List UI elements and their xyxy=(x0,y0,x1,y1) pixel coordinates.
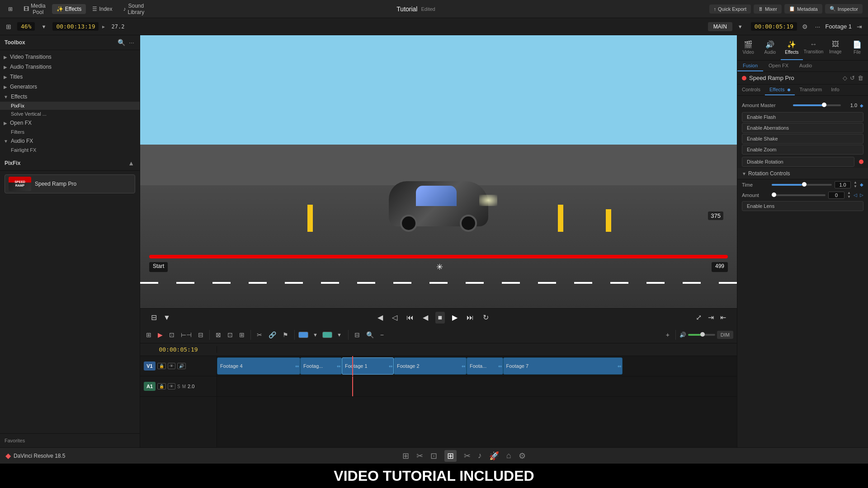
progress-bar[interactable] xyxy=(149,255,728,258)
fairlight-nav-icon[interactable]: ♪ xyxy=(478,451,482,460)
settings-btn[interactable]: ⚙ xyxy=(800,22,810,32)
loop-button[interactable]: ↻ xyxy=(481,311,491,324)
pixfix-item[interactable]: PixFix xyxy=(0,102,140,110)
zoom-timeline-button[interactable]: 🔍 xyxy=(364,330,376,340)
metadata-button[interactable]: 📋 Metadata xyxy=(784,4,822,14)
effects-tab-button[interactable]: ✨ Effects xyxy=(52,4,86,14)
link-tool[interactable]: 🔗 xyxy=(266,330,278,340)
clip-footage-unnamed[interactable]: Footag... ⇔ xyxy=(300,357,342,375)
time-value-input[interactable] xyxy=(835,181,851,188)
tab-image[interactable]: 🖼 Image xyxy=(825,35,846,60)
time-down-btn[interactable]: ▼ xyxy=(854,185,857,188)
amount-right-arrow[interactable]: ▷ xyxy=(860,192,863,197)
a1-vis-button[interactable]: 👁 xyxy=(168,383,175,389)
reset-icon[interactable]: ↺ xyxy=(850,75,855,81)
amount-master-keyframe[interactable]: ◆ xyxy=(860,103,863,108)
clip-footage2-handle[interactable]: ⇔ xyxy=(462,364,465,369)
amount-slider[interactable] xyxy=(772,194,826,196)
amount-value-input[interactable] xyxy=(828,192,844,199)
color-dropdown-2[interactable]: ▼ xyxy=(334,331,344,338)
more-options-btn[interactable]: ··· xyxy=(813,22,823,32)
deliver-nav-icon[interactable]: 🚀 xyxy=(489,451,499,461)
a1-lock-button[interactable]: 🔒 xyxy=(157,383,166,389)
enable-lens-button[interactable]: Enable Lens xyxy=(742,201,863,211)
tab-transition[interactable]: ↔ Transition xyxy=(803,35,825,60)
index-button[interactable]: ☰ Index xyxy=(88,4,117,14)
dim-button[interactable]: DIM xyxy=(717,331,733,339)
settings-nav-icon[interactable]: ⚙ xyxy=(519,451,526,461)
roll-tool[interactable]: ⊞ xyxy=(237,330,247,340)
fusion-nav-icon[interactable]: ⊞ xyxy=(444,450,457,462)
tab-audio[interactable]: 🔊 Audio xyxy=(759,35,781,60)
effects-subtab[interactable]: Effects xyxy=(765,84,795,95)
expand-btn[interactable]: ⇥ xyxy=(854,22,864,32)
slip-tool[interactable]: ⊠ xyxy=(213,330,223,340)
zoom-out-button[interactable]: − xyxy=(378,330,386,340)
dynamic-trim-tool[interactable]: ⊢⊣ xyxy=(179,330,194,340)
prev-clip-button[interactable]: ⇤ xyxy=(718,311,728,324)
v1-audio-button[interactable]: 🔊 xyxy=(177,363,186,369)
clip-footage2[interactable]: Footage 2 ⇔ xyxy=(394,357,467,375)
step-back-button[interactable]: ◁ xyxy=(390,311,399,324)
enable-flash-button[interactable]: Enable Flash xyxy=(742,112,863,122)
track-select-tool[interactable]: ⊡ xyxy=(167,330,177,340)
clip-footage4[interactable]: Footage 4 ⇔ xyxy=(217,357,300,375)
audio-tab-inspector[interactable]: Audio xyxy=(794,61,817,71)
color-swatch-blue[interactable] xyxy=(298,332,308,338)
slide-tool[interactable]: ⊡ xyxy=(225,330,235,340)
speed-ramp-pro-item[interactable]: SPEEDRAMP Speed Ramp Pro xyxy=(5,174,135,193)
solve-vertical-item[interactable]: Solve Vertical ... xyxy=(0,110,140,118)
main-timecode[interactable]: 00:00:13:19 xyxy=(52,22,99,31)
tab-effects[interactable]: ✨ Effects xyxy=(781,35,802,60)
clip-footage-short[interactable]: Foota... ⇔ xyxy=(467,357,503,375)
pixfix-close-button[interactable]: ▲ xyxy=(127,159,135,168)
view-dropdown-button[interactable]: ▼ xyxy=(161,312,172,324)
keyframe-icon[interactable]: ◇ xyxy=(843,75,847,81)
fusion-tab[interactable]: Fusion xyxy=(737,61,763,71)
clip-footage7-handle[interactable]: ⇔ xyxy=(618,364,621,369)
color-swatch-green[interactable] xyxy=(322,332,332,338)
info-subtab[interactable]: Info xyxy=(826,84,844,95)
mixer-button[interactable]: 🎚 Mixer xyxy=(754,5,782,14)
time-slider[interactable] xyxy=(772,184,832,186)
trim-tool[interactable]: ⊟ xyxy=(196,330,206,340)
color-nav-icon[interactable]: ✂ xyxy=(464,451,471,461)
inspector-button[interactable]: 🔍 Inspector xyxy=(825,4,863,14)
program-dropdown[interactable]: ▼ xyxy=(735,23,745,30)
skip-to-end-button[interactable]: ⏭ xyxy=(465,312,476,324)
tab-file[interactable]: 📄 File xyxy=(846,35,868,60)
media-pool-nav-icon[interactable]: ⊞ xyxy=(402,451,409,461)
enable-aberrations-button[interactable]: Enable Aberrations xyxy=(742,123,863,133)
generators-header[interactable]: ▶ Generators xyxy=(0,82,140,92)
open-fx-header[interactable]: ▶ Open FX xyxy=(0,118,140,128)
add-track-button[interactable]: + xyxy=(664,330,672,340)
zoom-dropdown[interactable]: ▼ xyxy=(38,23,49,30)
clip-footage1[interactable]: Footage 1 ⇔ xyxy=(342,357,394,375)
clip-footage1-handle[interactable]: ⇔ xyxy=(389,364,392,369)
amount-left-arrow[interactable]: ◁ xyxy=(854,192,857,197)
clip-footage4-handle[interactable]: ⇔ xyxy=(295,364,299,369)
quick-export-button[interactable]: ↑ Quick Export xyxy=(709,5,751,14)
effects-header[interactable]: ▼ Effects xyxy=(0,92,140,102)
fullscreen-button[interactable]: ⤢ xyxy=(694,311,703,324)
prev-frame-button[interactable]: ◀ xyxy=(376,311,385,324)
enable-zoom-button[interactable]: Enable Zoom xyxy=(742,145,863,155)
rotation-controls-header[interactable]: ▼ Rotation Controls xyxy=(737,168,868,179)
transform-subtab[interactable]: Transform xyxy=(795,84,826,95)
clip-unnamed-handle[interactable]: ⇔ xyxy=(337,364,340,369)
clip-footage7[interactable]: Footage 7 ⇔ xyxy=(503,357,623,375)
play-reverse-button[interactable]: ◀ xyxy=(421,311,430,324)
v1-lock-button[interactable]: 🔒 xyxy=(157,363,166,369)
volume-slider[interactable] xyxy=(688,334,715,336)
play-button[interactable]: ▶ xyxy=(450,311,459,324)
stop-button[interactable]: ■ xyxy=(435,312,445,324)
cut-nav-icon[interactable]: ✂ xyxy=(416,451,423,461)
clip-short-handle[interactable]: ⇔ xyxy=(498,364,502,369)
controls-subtab[interactable]: Controls xyxy=(737,84,765,95)
edit-nav-icon[interactable]: ⊡ xyxy=(430,451,437,461)
audio-fx-header[interactable]: ▼ Audio FX xyxy=(0,136,140,146)
skip-to-start-button[interactable]: ⏮ xyxy=(405,312,415,324)
amount-master-slider[interactable] xyxy=(793,104,841,106)
color-dropdown[interactable]: ▼ xyxy=(310,331,321,338)
disable-rotation-button[interactable]: Disable Rotation xyxy=(742,157,854,167)
